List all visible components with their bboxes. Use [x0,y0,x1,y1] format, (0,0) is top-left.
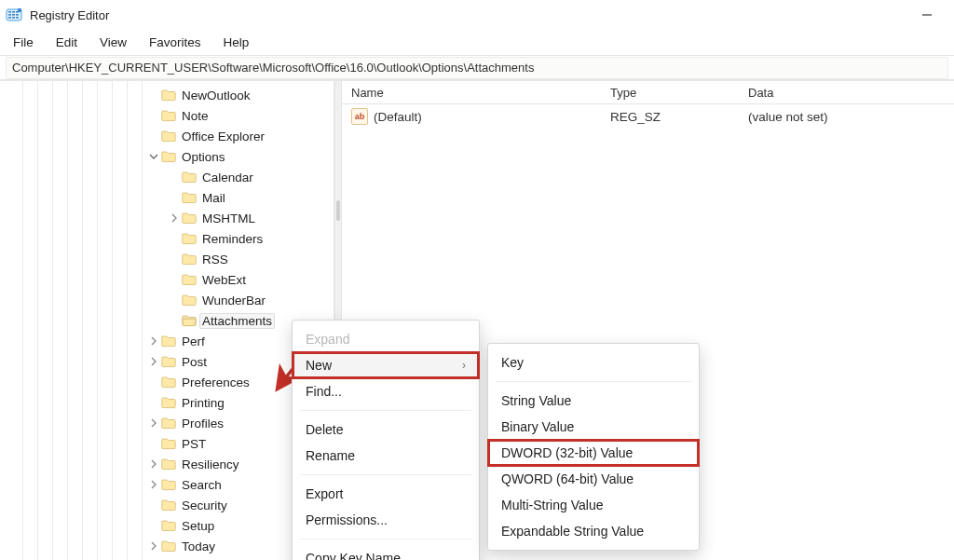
menu-item-label: Key [501,355,524,370]
tree-item-note[interactable]: Note [0,105,334,126]
menu-item-copy-key-name[interactable]: Copy Key Name [293,545,479,560]
twisty-empty [147,437,160,450]
context-menu[interactable]: ExpandNew›Find...DeleteRenameExportPermi… [292,320,480,560]
menu-item-qword-64-bit-value[interactable]: QWORD (64-bit) Value [488,466,699,492]
folder-icon [181,312,198,329]
value-name: (Default) [374,110,422,124]
tree-item-resiliency[interactable]: Resiliency [0,454,334,474]
tree-item-mail[interactable]: Mail [0,187,334,208]
address-input[interactable]: Computer\HKEY_CURRENT_USER\Software\Micr… [6,57,948,79]
regedit-app-icon [6,7,22,23]
svg-rect-4 [12,11,15,13]
string-value-icon: ab [351,108,368,125]
menu-item-expandable-string-value[interactable]: Expandable String Value [488,518,699,544]
chevron-right-icon[interactable] [147,355,160,368]
tree-item-calendar[interactable]: Calendar [0,167,334,187]
value-data: (value not set) [739,110,954,124]
menu-item-find-[interactable]: Find... [293,378,479,404]
chevron-right-icon[interactable] [147,335,160,348]
tree-item-preferences[interactable]: Preferences [0,372,334,392]
chevron-right-icon[interactable] [147,417,160,430]
menu-help[interactable]: Help [214,33,259,52]
tree-item-profiles[interactable]: Profiles [0,413,334,433]
menu-item-label: Binary Value [501,419,574,434]
menu-separator [496,381,691,382]
minimize-button[interactable] [906,0,948,30]
twisty-empty [147,89,160,102]
twisty-empty [147,499,160,512]
tree-item-perf[interactable]: Perf [0,331,334,351]
list-header[interactable]: Name Type Data [342,81,954,104]
tree-item-pst[interactable]: PST [0,433,334,454]
chevron-right-icon[interactable] [147,478,160,491]
tree-item-today[interactable]: Today [0,536,334,556]
tree-item-options[interactable]: Options [0,146,334,167]
chevron-right-icon[interactable] [168,212,181,225]
column-name[interactable]: Name [342,86,601,100]
tree-item-label: Attachments [199,313,275,329]
folder-icon [181,189,198,206]
address-bar: Computer\HKEY_CURRENT_USER\Software\Micr… [0,56,954,80]
chevron-down-icon[interactable] [147,150,160,163]
context-submenu-new[interactable]: KeyString ValueBinary ValueDWORD (32-bit… [487,343,700,551]
menu-favorites[interactable]: Favorites [140,33,211,52]
tree-item-printing[interactable]: Printing [0,392,334,413]
tree-item-search[interactable]: Search [0,474,334,495]
twisty-empty [147,376,160,389]
tree-item-security[interactable]: Security [0,495,334,515]
title-bar: Registry Editor [0,0,954,30]
tree-item-label: Calendar [199,170,256,185]
tree-item-rss[interactable]: RSS [0,249,334,269]
tree-item-post[interactable]: Post [0,351,334,372]
list-row[interactable]: ab (Default) REG_SZ (value not set) [342,106,954,127]
menu-item-rename[interactable]: Rename [293,443,479,469]
tree-item-reminders[interactable]: Reminders [0,228,334,249]
tree-item-setup[interactable]: Setup [0,515,334,536]
menu-item-key[interactable]: Key [488,349,699,376]
tree-item-newoutlook[interactable]: NewOutlook [0,85,334,105]
tree-item-office-explorer[interactable]: Office Explorer [0,126,334,146]
tree-item-webext[interactable]: WebExt [0,269,334,290]
tree-item-label: Printing [179,395,227,411]
menu-item-label: DWORD (32-bit) Value [501,445,633,460]
menu-separator [300,410,471,411]
menu-edit[interactable]: Edit [47,33,87,52]
menu-item-label: Expand [306,332,349,347]
folder-icon [160,333,177,349]
column-data[interactable]: Data [739,86,954,100]
menu-item-new[interactable]: New› [293,352,479,378]
tree-item-wunderbar[interactable]: WunderBar [0,290,334,310]
chevron-right-icon[interactable] [147,458,160,471]
menu-separator [300,474,471,475]
tree-item-label: RSS [199,252,231,267]
tree-pane[interactable]: NewOutlookNoteOffice ExplorerOptionsCale… [0,81,334,560]
menu-item-label: String Value [501,393,571,408]
chevron-right-icon: › [462,359,466,372]
menu-file[interactable]: File [4,33,43,52]
menu-item-dword-32-bit-value[interactable]: DWORD (32-bit) Value [488,440,699,466]
folder-icon [160,148,177,165]
menu-item-label: Multi-String Value [501,498,603,512]
menu-item-permissions-[interactable]: Permissions... [293,507,479,533]
tree-item-label: Search [179,477,225,493]
menu-item-binary-value[interactable]: Binary Value [488,414,699,440]
list-body[interactable]: ab (Default) REG_SZ (value not set) [342,104,954,127]
menu-item-multi-string-value[interactable]: Multi-String Value [488,492,699,518]
menu-item-delete[interactable]: Delete [293,417,479,443]
svg-rect-5 [12,14,15,16]
folder-icon [160,394,177,411]
tree-item-label: Options [179,149,228,165]
menu-item-expand: Expand [293,326,479,352]
column-type[interactable]: Type [601,86,739,100]
folder-icon [160,435,177,452]
splitter-nub-icon [336,200,340,221]
menu-item-string-value[interactable]: String Value [488,388,699,414]
menu-item-export[interactable]: Export [293,481,479,507]
twisty-empty [168,171,181,184]
tree-item-attachments[interactable]: Attachments [0,310,334,331]
tree-item-mshtml[interactable]: MSHTML [0,208,334,228]
menu-item-label: Expandable String Value [501,524,644,539]
chevron-right-icon[interactable] [147,540,160,553]
menu-view[interactable]: View [90,33,136,52]
folder-icon [181,169,198,185]
